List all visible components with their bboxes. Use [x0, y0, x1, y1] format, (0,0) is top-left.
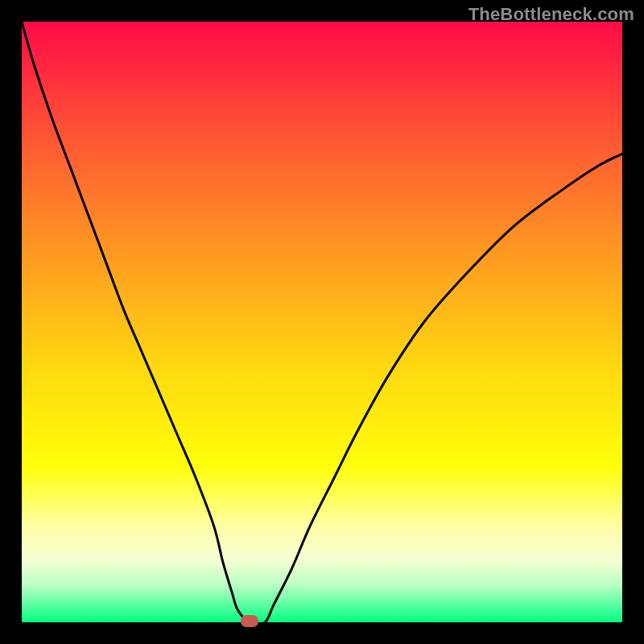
plot-area: [22, 22, 622, 622]
chart-frame: TheBottleneck.com: [0, 0, 644, 644]
line-series: [22, 22, 622, 622]
optimum-marker: [241, 615, 258, 627]
